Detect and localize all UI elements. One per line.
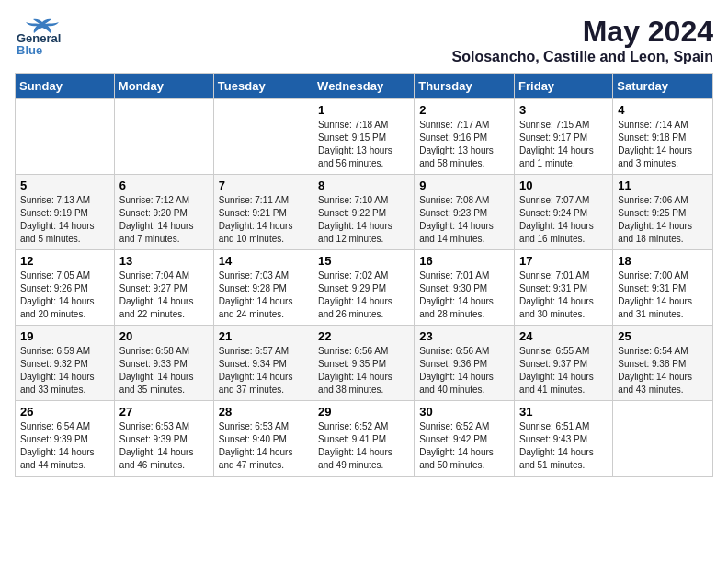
calendar-table: SundayMondayTuesdayWednesdayThursdayFrid… bbox=[15, 73, 713, 477]
calendar-day-cell: 18Sunrise: 7:00 AMSunset: 9:31 PMDayligh… bbox=[613, 250, 713, 326]
day-info: Sunrise: 7:14 AMSunset: 9:18 PMDaylight:… bbox=[618, 119, 708, 170]
day-number: 24 bbox=[519, 329, 608, 343]
calendar-day-cell: 7Sunrise: 7:11 AMSunset: 9:21 PMDaylight… bbox=[213, 175, 313, 250]
weekday-header: Sunday bbox=[16, 74, 115, 99]
calendar-day-cell bbox=[213, 99, 313, 175]
weekday-header: Friday bbox=[515, 74, 613, 99]
day-info: Sunrise: 6:53 AMSunset: 9:39 PMDaylight:… bbox=[119, 420, 209, 472]
calendar-day-cell: 6Sunrise: 7:12 AMSunset: 9:20 PMDaylight… bbox=[114, 175, 213, 250]
calendar-week-row: 12Sunrise: 7:05 AMSunset: 9:26 PMDayligh… bbox=[16, 250, 713, 326]
day-number: 21 bbox=[219, 329, 308, 343]
weekday-header: Saturday bbox=[613, 74, 713, 99]
day-number: 1 bbox=[318, 103, 409, 117]
day-info: Sunrise: 6:54 AMSunset: 9:38 PMDaylight:… bbox=[618, 345, 708, 396]
day-info: Sunrise: 7:10 AMSunset: 9:22 PMDaylight:… bbox=[318, 194, 409, 246]
page-header: General Blue May 2024 Solosancho, Castil… bbox=[15, 15, 713, 65]
day-number: 5 bbox=[20, 178, 109, 192]
day-number: 8 bbox=[318, 178, 409, 192]
day-number: 13 bbox=[119, 254, 209, 268]
day-number: 11 bbox=[618, 178, 708, 192]
day-info: Sunrise: 7:03 AMSunset: 9:28 PMDaylight:… bbox=[219, 270, 308, 321]
calendar-day-cell: 28Sunrise: 6:53 AMSunset: 9:40 PMDayligh… bbox=[213, 401, 313, 477]
day-info: Sunrise: 7:11 AMSunset: 9:21 PMDaylight:… bbox=[219, 194, 308, 246]
calendar-day-cell: 11Sunrise: 7:06 AMSunset: 9:25 PMDayligh… bbox=[613, 175, 713, 250]
day-info: Sunrise: 6:59 AMSunset: 9:32 PMDaylight:… bbox=[20, 345, 109, 396]
day-info: Sunrise: 6:56 AMSunset: 9:35 PMDaylight:… bbox=[318, 345, 409, 396]
calendar-day-cell: 31Sunrise: 6:51 AMSunset: 9:43 PMDayligh… bbox=[515, 401, 613, 477]
calendar-day-cell: 10Sunrise: 7:07 AMSunset: 9:24 PMDayligh… bbox=[515, 175, 613, 250]
calendar-day-cell: 15Sunrise: 7:02 AMSunset: 9:29 PMDayligh… bbox=[313, 250, 415, 326]
day-info: Sunrise: 6:53 AMSunset: 9:40 PMDaylight:… bbox=[219, 420, 308, 472]
page-title: May 2024 bbox=[452, 15, 714, 49]
day-number: 26 bbox=[20, 405, 109, 419]
day-info: Sunrise: 7:08 AMSunset: 9:23 PMDaylight:… bbox=[419, 194, 509, 246]
calendar-day-cell: 17Sunrise: 7:01 AMSunset: 9:31 PMDayligh… bbox=[515, 250, 613, 326]
day-info: Sunrise: 7:13 AMSunset: 9:19 PMDaylight:… bbox=[20, 194, 109, 246]
day-number: 12 bbox=[20, 254, 109, 268]
calendar-day-cell: 9Sunrise: 7:08 AMSunset: 9:23 PMDaylight… bbox=[415, 175, 515, 250]
calendar-day-cell: 3Sunrise: 7:15 AMSunset: 9:17 PMDaylight… bbox=[515, 99, 613, 175]
day-info: Sunrise: 7:04 AMSunset: 9:27 PMDaylight:… bbox=[119, 270, 209, 321]
day-number: 9 bbox=[419, 178, 509, 192]
day-info: Sunrise: 7:02 AMSunset: 9:29 PMDaylight:… bbox=[318, 270, 409, 321]
day-info: Sunrise: 7:07 AMSunset: 9:24 PMDaylight:… bbox=[519, 194, 608, 246]
day-number: 7 bbox=[219, 178, 308, 192]
day-info: Sunrise: 6:58 AMSunset: 9:33 PMDaylight:… bbox=[119, 345, 209, 396]
calendar-day-cell: 4Sunrise: 7:14 AMSunset: 9:18 PMDaylight… bbox=[613, 99, 713, 175]
title-block: May 2024 Solosancho, Castille and Leon, … bbox=[452, 15, 714, 65]
weekday-header: Wednesday bbox=[313, 74, 415, 99]
day-number: 31 bbox=[519, 405, 608, 419]
calendar-day-cell: 1Sunrise: 7:18 AMSunset: 9:15 PMDaylight… bbox=[313, 99, 415, 175]
day-info: Sunrise: 7:06 AMSunset: 9:25 PMDaylight:… bbox=[618, 194, 708, 246]
day-number: 30 bbox=[419, 405, 509, 419]
calendar-week-row: 26Sunrise: 6:54 AMSunset: 9:39 PMDayligh… bbox=[16, 401, 713, 477]
calendar-day-cell: 2Sunrise: 7:17 AMSunset: 9:16 PMDaylight… bbox=[415, 99, 515, 175]
calendar-day-cell bbox=[16, 99, 115, 175]
day-info: Sunrise: 6:54 AMSunset: 9:39 PMDaylight:… bbox=[20, 420, 109, 472]
day-number: 20 bbox=[119, 329, 209, 343]
day-number: 23 bbox=[419, 329, 509, 343]
calendar-day-cell: 16Sunrise: 7:01 AMSunset: 9:30 PMDayligh… bbox=[415, 250, 515, 326]
day-info: Sunrise: 7:12 AMSunset: 9:20 PMDaylight:… bbox=[119, 194, 209, 246]
day-number: 19 bbox=[20, 329, 109, 343]
weekday-header: Monday bbox=[114, 74, 213, 99]
day-info: Sunrise: 7:17 AMSunset: 9:16 PMDaylight:… bbox=[419, 119, 509, 170]
calendar-day-cell: 19Sunrise: 6:59 AMSunset: 9:32 PMDayligh… bbox=[16, 326, 115, 401]
calendar-day-cell: 14Sunrise: 7:03 AMSunset: 9:28 PMDayligh… bbox=[213, 250, 313, 326]
calendar-week-row: 5Sunrise: 7:13 AMSunset: 9:19 PMDaylight… bbox=[16, 175, 713, 250]
day-info: Sunrise: 7:01 AMSunset: 9:31 PMDaylight:… bbox=[519, 270, 608, 321]
day-number: 2 bbox=[419, 103, 509, 117]
svg-text:Blue: Blue bbox=[17, 43, 42, 55]
day-number: 22 bbox=[318, 329, 409, 343]
calendar-day-cell: 12Sunrise: 7:05 AMSunset: 9:26 PMDayligh… bbox=[16, 250, 115, 326]
calendar-day-cell: 20Sunrise: 6:58 AMSunset: 9:33 PMDayligh… bbox=[114, 326, 213, 401]
day-info: Sunrise: 6:51 AMSunset: 9:43 PMDaylight:… bbox=[519, 420, 608, 472]
day-info: Sunrise: 7:15 AMSunset: 9:17 PMDaylight:… bbox=[519, 119, 608, 170]
day-number: 17 bbox=[519, 254, 608, 268]
calendar-day-cell: 27Sunrise: 6:53 AMSunset: 9:39 PMDayligh… bbox=[114, 401, 213, 477]
calendar-day-cell: 23Sunrise: 6:56 AMSunset: 9:36 PMDayligh… bbox=[415, 326, 515, 401]
calendar-day-cell: 13Sunrise: 7:04 AMSunset: 9:27 PMDayligh… bbox=[114, 250, 213, 326]
calendar-day-cell: 26Sunrise: 6:54 AMSunset: 9:39 PMDayligh… bbox=[16, 401, 115, 477]
calendar-day-cell: 30Sunrise: 6:52 AMSunset: 9:42 PMDayligh… bbox=[415, 401, 515, 477]
calendar-week-row: 1Sunrise: 7:18 AMSunset: 9:15 PMDaylight… bbox=[16, 99, 713, 175]
day-info: Sunrise: 7:05 AMSunset: 9:26 PMDaylight:… bbox=[20, 270, 109, 321]
calendar-day-cell: 22Sunrise: 6:56 AMSunset: 9:35 PMDayligh… bbox=[313, 326, 415, 401]
weekday-header: Tuesday bbox=[213, 74, 313, 99]
day-number: 28 bbox=[219, 405, 308, 419]
page-subtitle: Solosancho, Castille and Leon, Spain bbox=[452, 49, 714, 65]
day-info: Sunrise: 6:52 AMSunset: 9:42 PMDaylight:… bbox=[419, 420, 509, 472]
day-number: 29 bbox=[318, 405, 409, 419]
day-number: 6 bbox=[119, 178, 209, 192]
calendar-day-cell: 25Sunrise: 6:54 AMSunset: 9:38 PMDayligh… bbox=[613, 326, 713, 401]
calendar-header: SundayMondayTuesdayWednesdayThursdayFrid… bbox=[16, 74, 713, 99]
calendar-day-cell: 21Sunrise: 6:57 AMSunset: 9:34 PMDayligh… bbox=[213, 326, 313, 401]
logo-icon: General Blue bbox=[15, 15, 66, 55]
calendar-week-row: 19Sunrise: 6:59 AMSunset: 9:32 PMDayligh… bbox=[16, 326, 713, 401]
day-number: 10 bbox=[519, 178, 608, 192]
day-number: 15 bbox=[318, 254, 409, 268]
day-number: 27 bbox=[119, 405, 209, 419]
day-info: Sunrise: 6:57 AMSunset: 9:34 PMDaylight:… bbox=[219, 345, 308, 396]
calendar-day-cell: 5Sunrise: 7:13 AMSunset: 9:19 PMDaylight… bbox=[16, 175, 115, 250]
day-number: 3 bbox=[519, 103, 608, 117]
